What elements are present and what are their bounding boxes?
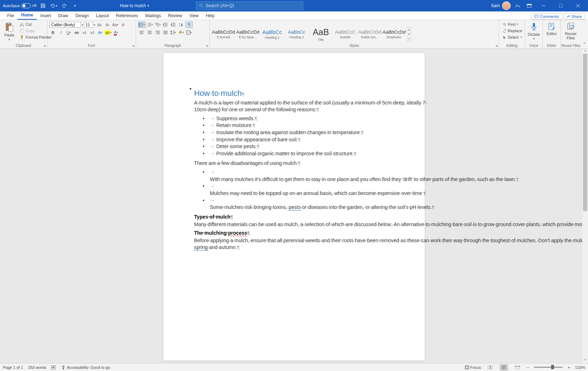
align-center-button[interactable] xyxy=(146,29,153,36)
doc-paragraph[interactable]: Before·applying·a·mulch,·ensure·that·all… xyxy=(194,237,394,251)
tab-home[interactable]: Home xyxy=(18,11,37,20)
bold-button[interactable]: B xyxy=(49,29,57,36)
tab-review[interactable]: Review xyxy=(165,12,186,20)
tab-view[interactable]: View xyxy=(186,12,202,20)
doc-bullet-list[interactable]: → Suppress·weeds.¶ → Retain·moisture.¶ →… xyxy=(194,115,394,157)
strikethrough-button[interactable]: ab xyxy=(73,29,80,36)
tab-layout[interactable]: Layout xyxy=(92,12,112,20)
tab-help[interactable]: Help xyxy=(202,12,218,20)
font-color-button[interactable]: A▾ xyxy=(112,29,120,36)
increase-indent-button[interactable] xyxy=(170,21,177,28)
page-indicator[interactable]: Page 1 of 1 xyxy=(3,365,23,370)
style-subtleem[interactable]: AaBbCcDdSubtle Em... xyxy=(358,25,381,43)
font-name-dropdown[interactable]: ▾ xyxy=(82,23,83,26)
search-input[interactable]: Search (Alt+Q) xyxy=(196,1,303,10)
style-title[interactable]: AaBTitle xyxy=(309,25,332,43)
align-right-button[interactable] xyxy=(154,29,161,36)
styles-scroll-up[interactable]: ▴ xyxy=(407,28,411,31)
doc-subheading[interactable]: Types·of·mulch¶ xyxy=(194,214,394,220)
shading-button[interactable]: ▾ xyxy=(178,29,185,36)
text-effects-button[interactable]: A▾ xyxy=(97,29,104,36)
replace-button[interactable]: Replace xyxy=(501,28,524,34)
doc-paragraph[interactable]: A·mulch·is·a·layer·of·material·applied·t… xyxy=(194,99,394,113)
zoom-thumb[interactable] xyxy=(551,365,554,369)
coming-soon-icon[interactable] xyxy=(514,1,522,10)
italic-button[interactable]: I xyxy=(57,29,64,36)
tab-file[interactable]: File xyxy=(4,12,18,20)
vertical-scrollbar[interactable]: ▴ ▾ xyxy=(582,49,588,363)
share-button[interactable]: Share xyxy=(564,13,585,20)
list-item[interactable]: → Mulches·may·need·to·be·topped·up·on·an… xyxy=(203,183,394,197)
decrease-indent-button[interactable] xyxy=(162,21,169,28)
tab-references[interactable]: References xyxy=(112,12,141,20)
styles-gallery[interactable]: AaBbCcDd¶ Normal AaBbCcDd¶ No Spac... Aa… xyxy=(212,21,497,47)
style-emphasis[interactable]: AaBbCcDdEmphasis xyxy=(382,25,405,43)
tab-design[interactable]: Design xyxy=(72,12,92,20)
clipboard-launcher[interactable]: ⬊ xyxy=(43,44,46,48)
clear-formatting-button[interactable]: A̷ xyxy=(120,21,127,28)
web-layout-button[interactable] xyxy=(513,364,522,371)
highlight-button[interactable]: ab▾ xyxy=(105,29,112,36)
zoom-slider[interactable] xyxy=(534,367,563,368)
font-size-dropdown[interactable]: ▾ xyxy=(94,23,95,26)
grow-font-button[interactable]: A▴ xyxy=(96,21,103,28)
comments-button[interactable]: Comments xyxy=(531,13,562,20)
redo-icon[interactable] xyxy=(60,1,69,10)
line-spacing-button[interactable]: ▾ xyxy=(170,29,177,36)
paste-button[interactable]: Paste▾ xyxy=(2,21,16,42)
bullets-button[interactable]: ▾ xyxy=(138,21,145,28)
document-title[interactable]: How to mulch ▾ xyxy=(120,3,149,8)
autosave-toggle[interactable]: AutoSave Off xyxy=(3,3,37,8)
customize-qat-icon[interactable]: ▾ xyxy=(71,1,79,10)
doc-heading[interactable]: How·to·mulch¶ xyxy=(194,89,394,98)
spell-check-icon[interactable] xyxy=(51,365,56,370)
doc-subheading[interactable]: The·mulching·process¶ xyxy=(194,230,394,236)
user-account[interactable]: Sam xyxy=(491,1,511,10)
editor-button[interactable]: Editor xyxy=(545,21,558,36)
list-item[interactable]: → Provide·additional·organic·matter·to·i… xyxy=(203,150,394,157)
numbering-button[interactable]: 123▾ xyxy=(146,21,153,28)
document-page[interactable]: How·to·mulch¶ A·mulch·is·a·layer·of·mate… xyxy=(163,53,425,361)
style-subtitle[interactable]: AaBbCcCSubtitle xyxy=(334,25,357,43)
reuse-files-button[interactable]: Reuse Files xyxy=(563,21,579,41)
underline-button[interactable]: U▾ xyxy=(65,29,72,36)
print-layout-button[interactable] xyxy=(500,364,508,371)
scrollbar-thumb[interactable] xyxy=(583,54,587,211)
save-icon[interactable] xyxy=(39,1,47,10)
find-button[interactable]: Find▾ xyxy=(501,21,520,27)
list-item[interactable]: → With·many·mulches·it's·difficult·to·ge… xyxy=(203,169,394,183)
styles-scroll-down[interactable]: ▾ xyxy=(407,32,411,36)
justify-button[interactable] xyxy=(162,29,169,36)
word-count[interactable]: 253 words xyxy=(28,365,46,370)
borders-button[interactable]: ▾ xyxy=(185,29,193,36)
style-nospacing[interactable]: AaBbCcDd¶ No Spac... xyxy=(236,25,259,43)
align-left-button[interactable] xyxy=(138,29,145,36)
read-mode-button[interactable] xyxy=(486,364,495,371)
style-normal[interactable]: AaBbCcDd¶ Normal xyxy=(212,25,235,43)
style-heading2[interactable]: AaBbCcHeading 2 xyxy=(285,25,308,43)
list-item[interactable]: → Improve·the·appearance·of·bare·soil.¶ xyxy=(203,136,394,143)
list-item[interactable]: → Some·mulches·risk·bringing·toxins,·pes… xyxy=(203,197,394,211)
font-launcher[interactable]: ⬊ xyxy=(132,44,135,48)
sort-button[interactable]: AZ xyxy=(178,21,185,28)
doc-paragraph[interactable]: Many·different·materials·can·be·used·as·… xyxy=(194,221,394,228)
list-item[interactable]: → Insulate·the·rooting·area·against·sudd… xyxy=(203,129,394,136)
ribbon-display-icon[interactable] xyxy=(525,1,534,10)
scroll-up-icon[interactable]: ▴ xyxy=(582,49,588,54)
collapse-ribbon-button[interactable]: ⌃ xyxy=(581,20,588,48)
tab-draw[interactable]: Draw xyxy=(55,12,72,20)
focus-mode-button[interactable]: Focus xyxy=(465,365,481,370)
accessibility-status[interactable]: Accessibility: Good to go xyxy=(61,365,110,370)
show-hide-button[interactable]: ¶ xyxy=(185,21,193,28)
styles-expand[interactable]: ▿ xyxy=(407,37,411,41)
superscript-button[interactable]: x2 xyxy=(89,29,96,36)
select-button[interactable]: Select▾ xyxy=(501,34,524,40)
tab-mailings[interactable]: Mailings xyxy=(141,12,164,20)
doc-bullet-list[interactable]: → With·many·mulches·it's·difficult·to·ge… xyxy=(194,169,394,211)
zoom-out-button[interactable]: − xyxy=(527,365,529,370)
change-case-button[interactable]: Aa▾ xyxy=(112,21,119,28)
multilevel-button[interactable]: ▾ xyxy=(154,21,161,28)
font-name-input[interactable] xyxy=(49,22,81,28)
maximize-button[interactable] xyxy=(554,0,568,11)
doc-paragraph[interactable]: There·are·a·few·disadvantages·of·using·m… xyxy=(194,160,394,167)
